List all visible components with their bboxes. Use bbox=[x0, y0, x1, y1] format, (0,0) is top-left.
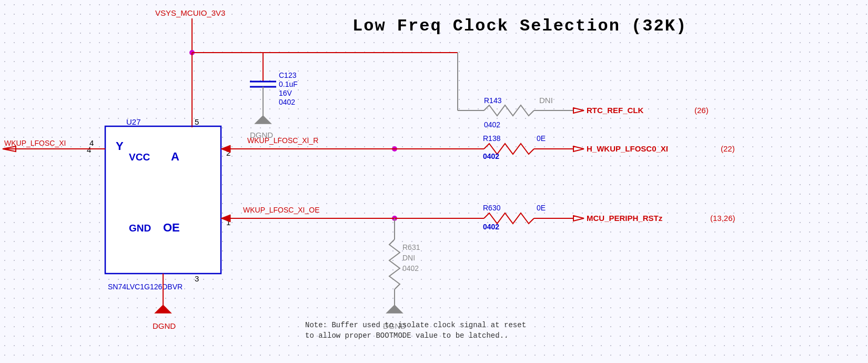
rtc-ref-clk-label: RTC_REF_CLK bbox=[587, 106, 644, 115]
r138-name: R138 bbox=[483, 134, 501, 143]
vsys-label: VSYS_MCUIO_3V3 bbox=[155, 8, 225, 17]
h-wkup-num: (22) bbox=[721, 144, 735, 153]
r138-package: 0402 bbox=[483, 152, 499, 160]
r630-value: 0E bbox=[537, 204, 546, 212]
gnd-label-pin3: DGND bbox=[153, 321, 176, 330]
r143-value: DNI bbox=[539, 96, 553, 105]
ic-ref-label: U27 bbox=[126, 117, 141, 126]
r143-package: 0402 bbox=[484, 120, 500, 129]
mcu-periph-label: MCU_PERIPH_RSTz bbox=[587, 214, 663, 223]
wkup-xi-oe-label: WKUP_LFOSC_XI_OE bbox=[243, 206, 320, 214]
c123-voltage: 16V bbox=[279, 89, 292, 97]
mcu-periph-num: (13,26) bbox=[710, 214, 735, 223]
r143-body bbox=[484, 105, 534, 116]
c123-name: C123 bbox=[279, 71, 297, 79]
r631-package: 0402 bbox=[402, 264, 419, 273]
c123-package: 0402 bbox=[279, 98, 295, 106]
ic-oe-label: OE bbox=[163, 221, 180, 234]
gnd-symbol-pin3 bbox=[155, 305, 171, 313]
h-wkup-arrow bbox=[573, 146, 584, 152]
wkup-xi-label: WKUP_LFOSC_XI bbox=[4, 139, 66, 147]
r631-body bbox=[389, 239, 400, 289]
r630-name: R630 bbox=[483, 204, 501, 212]
r630-body bbox=[484, 213, 534, 224]
ic-a-label: A bbox=[171, 150, 179, 163]
mcu-periph-arrow bbox=[573, 216, 584, 221]
ic-part-label: SN74LVC1G126DBVR bbox=[108, 283, 183, 291]
dgnd-c123-label: DGND bbox=[250, 130, 273, 139]
note-line1: Note: Buffer used to isolate clock signa… bbox=[305, 321, 526, 329]
r138-value: 0E bbox=[537, 134, 546, 143]
title: Low Freq Clock Selection (32K) bbox=[352, 16, 687, 36]
r143-name: R143 bbox=[484, 96, 502, 105]
pin3-label: 3 bbox=[195, 274, 199, 283]
ic-gnd-label: GND bbox=[129, 223, 151, 234]
schematic: Low Freq Clock Selection (32K) VSYS_MCUI… bbox=[0, 0, 868, 363]
h-wkup-label: H_WKUP_LFOSC0_XI bbox=[587, 144, 668, 153]
r631-value: DNI bbox=[402, 254, 415, 262]
pin5-label: 5 bbox=[195, 117, 199, 126]
c123-value: 0.1uF bbox=[279, 80, 298, 88]
gnd-symbol-c123 bbox=[255, 116, 271, 124]
r630-package: 0402 bbox=[483, 223, 499, 231]
gnd-symbol-r631 bbox=[387, 305, 402, 313]
ic-vcc-label: VCC bbox=[129, 152, 150, 163]
rtc-ref-clk-num: (26) bbox=[694, 106, 709, 115]
y-pin-num: 4 bbox=[89, 138, 94, 147]
ic-y-label: Y bbox=[116, 139, 124, 153]
rtc-ref-clk-arrow bbox=[573, 108, 584, 113]
note-line2: to allow proper BOOTMODE value to be lat… bbox=[305, 331, 508, 340]
r631-name: R631 bbox=[402, 243, 420, 251]
